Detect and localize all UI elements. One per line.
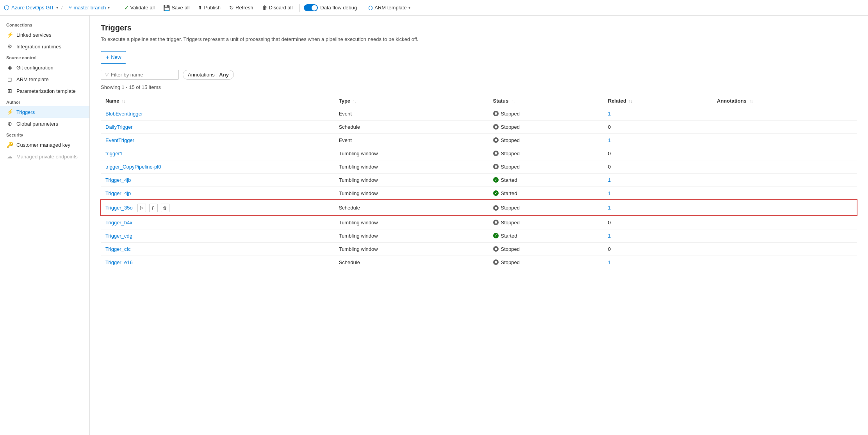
trigger-link[interactable]: Trigger_cfc bbox=[105, 246, 131, 252]
type-sort-icon[interactable]: ↑↓ bbox=[353, 99, 357, 103]
trigger-link[interactable]: Trigger_b4x bbox=[105, 220, 132, 225]
trigger-name-cell: Trigger_cfc bbox=[101, 242, 334, 256]
related-value[interactable]: 1 bbox=[608, 137, 611, 143]
trigger-link[interactable]: Trigger_4jp bbox=[105, 190, 131, 196]
trigger-link[interactable]: Trigger_4jb bbox=[105, 177, 131, 183]
publish-button[interactable]: ⬆ Publish bbox=[195, 3, 224, 12]
related-value[interactable]: 1 bbox=[608, 111, 611, 117]
delete-button[interactable]: 🗑 bbox=[161, 204, 169, 212]
table-row[interactable]: Trigger_4jp Tumbling window Started 1 bbox=[101, 186, 857, 200]
arm-template-button[interactable]: ⬡ ARM template ▾ bbox=[365, 3, 413, 12]
sidebar-item-global-parameters[interactable]: ⊕ Global parameters bbox=[0, 118, 89, 130]
runtime-icon: ⚙ bbox=[6, 43, 13, 50]
status-label: Started bbox=[501, 233, 517, 239]
refresh-button[interactable]: ↻ Refresh bbox=[226, 3, 257, 12]
refresh-label: Refresh bbox=[235, 5, 253, 11]
brand-item[interactable]: ⬡ Azure DevOps GIT ▾ bbox=[4, 4, 58, 11]
branch-selector[interactable]: ⑂ master branch ▾ bbox=[66, 3, 112, 12]
table-row[interactable]: Trigger_cfc Tumbling window Stopped 0 bbox=[101, 242, 857, 256]
trigger-related-cell: 1 bbox=[603, 173, 712, 186]
table-row[interactable]: trigger_CopyPipeline-pl0 Tumbling window… bbox=[101, 160, 857, 173]
play-button[interactable]: ▷ bbox=[137, 204, 146, 212]
trigger-link[interactable]: trigger_CopyPipeline-pl0 bbox=[105, 164, 161, 170]
related-value[interactable]: 1 bbox=[608, 190, 611, 196]
sidebar: Connections ⚡ Linked services ⚙ Integrat… bbox=[0, 16, 90, 435]
source-control-section-label: Source control bbox=[0, 52, 89, 62]
actions-bar: + New bbox=[101, 51, 857, 64]
brand-label: Azure DevOps GIT bbox=[11, 5, 54, 11]
discard-all-button[interactable]: 🗑 Discard all bbox=[259, 3, 296, 12]
trigger-status-cell: Started bbox=[488, 173, 603, 186]
integration-runtimes-label: Integration runtimes bbox=[16, 44, 61, 50]
table-row[interactable]: Trigger_35o ▷ {} 🗑 Schedule Stopped 1 bbox=[101, 200, 857, 216]
trigger-annotations-cell bbox=[712, 229, 857, 242]
trash-icon: 🗑 bbox=[262, 5, 267, 11]
related-value[interactable]: 1 bbox=[608, 259, 611, 265]
status-label: Stopped bbox=[501, 124, 520, 130]
table-row[interactable]: trigger1 Tumbling window Stopped 0 bbox=[101, 147, 857, 160]
related-value[interactable]: 1 bbox=[608, 233, 611, 239]
col-header-name[interactable]: Name ↑↓ bbox=[101, 95, 334, 107]
trigger-link[interactable]: Trigger_cdg bbox=[105, 233, 132, 239]
trigger-link[interactable]: Trigger_35o bbox=[105, 205, 133, 211]
table-row[interactable]: Trigger_e16 Schedule Stopped 1 bbox=[101, 256, 857, 269]
trigger-link[interactable]: BlobEventtrigger bbox=[105, 111, 143, 117]
trigger-type-cell: Tumbling window bbox=[334, 229, 488, 242]
table-row[interactable]: Trigger_cdg Tumbling window Started 1 bbox=[101, 229, 857, 242]
sidebar-item-parameterization-template[interactable]: ⊞ Parameterization template bbox=[0, 85, 89, 97]
col-header-annotations[interactable]: Annotations ↑↓ bbox=[712, 95, 857, 107]
trigger-link[interactable]: trigger1 bbox=[105, 151, 123, 156]
private-endpoints-icon: ☁ bbox=[6, 153, 13, 160]
trigger-annotations-cell bbox=[712, 256, 857, 269]
annotations-sort-icon[interactable]: ↑↓ bbox=[749, 99, 753, 103]
filter-input-container[interactable]: ▽ bbox=[101, 70, 179, 80]
trigger-name-cell: EventTrigger bbox=[101, 133, 334, 147]
save-all-button[interactable]: 💾 Save all bbox=[160, 3, 192, 12]
row-actions: ▷ {} 🗑 bbox=[137, 204, 169, 212]
col-header-related[interactable]: Related ↑↓ bbox=[603, 95, 712, 107]
annotations-filter-button[interactable]: Annotations : Any bbox=[183, 70, 234, 80]
sidebar-item-triggers[interactable]: ⚡ Triggers bbox=[0, 106, 89, 118]
trigger-link[interactable]: DailyTrigger bbox=[105, 124, 133, 130]
related-sort-icon[interactable]: ↑↓ bbox=[629, 99, 633, 103]
data-flow-debug-toggle[interactable] bbox=[304, 4, 318, 11]
trigger-name-cell: trigger_CopyPipeline-pl0 bbox=[101, 160, 334, 173]
col-header-type[interactable]: Type ↑↓ bbox=[334, 95, 488, 107]
sidebar-item-git-configuration[interactable]: ◈ Git configuration bbox=[0, 62, 89, 73]
trigger-annotations-cell bbox=[712, 242, 857, 256]
json-button[interactable]: {} bbox=[149, 204, 158, 212]
name-sort-icon[interactable]: ↑↓ bbox=[122, 99, 126, 103]
table-row[interactable]: DailyTrigger Schedule Stopped 0 bbox=[101, 120, 857, 133]
status-dot-stopped bbox=[493, 220, 499, 225]
status-label: Started bbox=[501, 177, 517, 183]
brand-chevron-icon: ▾ bbox=[56, 5, 58, 10]
status-dot-stopped bbox=[493, 124, 499, 130]
trigger-type-cell: Tumbling window bbox=[334, 242, 488, 256]
status-label: Stopped bbox=[501, 246, 520, 252]
table-row[interactable]: EventTrigger Event Stopped 1 bbox=[101, 133, 857, 147]
trigger-link[interactable]: EventTrigger bbox=[105, 137, 134, 143]
annotations-value: Any bbox=[219, 72, 229, 78]
table-row[interactable]: Trigger_4jb Tumbling window Started 1 bbox=[101, 173, 857, 186]
filter-by-name-input[interactable] bbox=[111, 72, 166, 78]
trigger-type-cell: Tumbling window bbox=[334, 216, 488, 229]
data-flow-debug-toggle-container[interactable]: Data flow debug bbox=[304, 4, 357, 11]
validate-all-button[interactable]: ✓ Validate all bbox=[121, 3, 158, 12]
table-row[interactable]: BlobEventtrigger Event Stopped 1 bbox=[101, 107, 857, 120]
table-row[interactable]: Trigger_b4x Tumbling window Stopped 0 bbox=[101, 216, 857, 229]
trigger-link[interactable]: Trigger_e16 bbox=[105, 259, 133, 265]
managed-private-endpoints-label: Managed private endpoints bbox=[16, 154, 78, 160]
trigger-name-cell: Trigger_b4x bbox=[101, 216, 334, 229]
sidebar-item-linked-services[interactable]: ⚡ Linked services bbox=[0, 29, 89, 41]
sidebar-item-arm-template[interactable]: ◻ ARM template bbox=[0, 73, 89, 85]
related-value[interactable]: 1 bbox=[608, 177, 611, 183]
new-trigger-button[interactable]: + New bbox=[101, 51, 126, 64]
status-sort-icon[interactable]: ↑↓ bbox=[511, 99, 515, 103]
branch-icon: ⑂ bbox=[69, 5, 72, 11]
related-value[interactable]: 1 bbox=[608, 205, 611, 211]
sidebar-item-integration-runtimes[interactable]: ⚙ Integration runtimes bbox=[0, 41, 89, 52]
status-label: Stopped bbox=[501, 220, 520, 225]
topbar: ⬡ Azure DevOps GIT ▾ / ⑂ master branch ▾… bbox=[0, 0, 868, 16]
sidebar-item-customer-managed-key[interactable]: 🔑 Customer managed key bbox=[0, 139, 89, 151]
col-header-status[interactable]: Status ↑↓ bbox=[488, 95, 603, 107]
